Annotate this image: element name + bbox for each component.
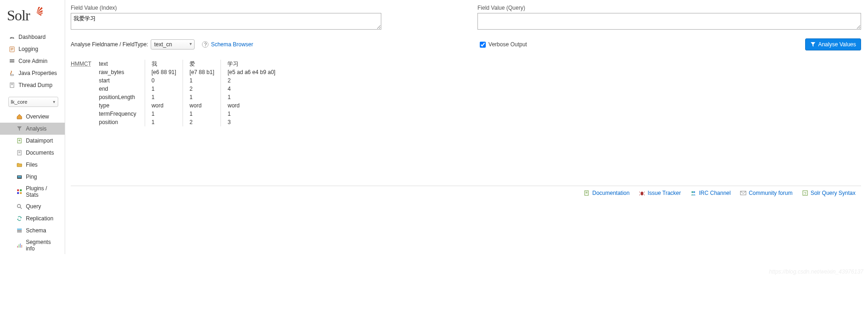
nav-sub-analysis[interactable]: Analysis [0, 123, 65, 135]
nav-sub-query[interactable]: Query [0, 200, 65, 212]
nav-sub-replication[interactable]: Replication [0, 212, 65, 225]
attr-label: termFrequency [99, 110, 136, 118]
query-icon [16, 203, 23, 210]
svg-rect-18 [17, 189, 19, 191]
nav-sub-overview[interactable]: Overview [0, 111, 65, 123]
footer-community-forum[interactable]: Community forum [740, 190, 793, 196]
token-raw_bytes: [e7 88 b1] [189, 68, 214, 76]
token-raw_bytes: [e6 88 91] [152, 68, 176, 76]
svg-rect-27 [17, 246, 18, 248]
nav-label: Segments info [26, 239, 61, 252]
field-value-query-input[interactable] [477, 13, 861, 30]
nav-item-dashboard[interactable]: Dashboard [0, 31, 65, 43]
fieldtype-select[interactable]: text_cn [151, 39, 195, 50]
svg-rect-21 [20, 192, 22, 194]
token-position: 3 [227, 118, 275, 126]
nav-label: Replication [26, 215, 53, 222]
svg-rect-17 [18, 176, 21, 178]
ping-icon [16, 173, 23, 181]
attr-label: raw_bytes [99, 68, 136, 76]
schema-browser-link[interactable]: ? Schema Browser [202, 41, 253, 48]
nav-item-thread-dump[interactable]: Thread Dump [0, 79, 65, 91]
svg-rect-19 [20, 189, 22, 191]
field-value-index-input[interactable] [71, 13, 381, 30]
nav-sub-segments-info[interactable]: Segments info [0, 237, 65, 254]
token-position: 1 [152, 118, 176, 126]
replication-icon [16, 215, 23, 222]
token-end: 4 [227, 85, 275, 93]
analyse-values-button[interactable]: Analyse Values [805, 38, 861, 50]
footer-label: IRC Channel [699, 190, 731, 196]
nav-label: Dashboard [18, 34, 46, 40]
core-selector[interactable]: Ik_core ▼ [8, 97, 58, 107]
svg-text:?: ? [804, 191, 806, 196]
issue-tracker-icon [639, 190, 645, 196]
nav-sub-dataimport[interactable]: Dataimport [0, 135, 65, 147]
token-positionLength: 1 [152, 93, 176, 101]
svg-point-40 [693, 191, 695, 193]
verbose-output-checkbox[interactable] [480, 42, 486, 48]
token-text: 我 [152, 60, 176, 68]
nav-sub-ping[interactable]: Ping [0, 171, 65, 183]
svg-rect-24 [17, 229, 22, 230]
files-icon [16, 161, 23, 168]
svg-line-37 [639, 194, 640, 195]
attr-label: text [99, 60, 136, 68]
svg-rect-28 [18, 244, 19, 248]
footer-issue-tracker[interactable]: Issue Tracker [639, 190, 681, 196]
attr-label: position [99, 118, 136, 126]
attr-label: start [99, 76, 136, 85]
token-termFrequency: 1 [227, 110, 275, 118]
token-start: 2 [227, 76, 275, 85]
svg-rect-7 [10, 61, 14, 62]
footer-irc-channel[interactable]: IRC Channel [690, 190, 731, 196]
nav-label: Ping [26, 174, 37, 180]
nav-sub-plugins-stats[interactable]: Plugins / Stats [0, 183, 65, 200]
token-column: 学习[e5 ad a6 e4 b9 a0]241word13 [220, 60, 281, 126]
nav-label: Files [26, 162, 37, 168]
field-value-index-label: Field Value (Index) [71, 5, 454, 11]
help-icon: ? [202, 41, 208, 48]
nav-sub-documents[interactable]: Documents [0, 147, 65, 159]
nav-item-java-properties[interactable]: Java Properties [0, 67, 65, 79]
token-end: 1 [152, 85, 176, 93]
nav-label: Query [26, 203, 41, 210]
schema-browser-label: Schema Browser [211, 41, 253, 48]
attr-label: type [99, 101, 136, 110]
footer-documentation[interactable]: Documentation [583, 190, 630, 196]
tokenizer-name: HMMCT [71, 60, 92, 126]
token-end: 2 [189, 85, 214, 93]
token-termFrequency: 1 [189, 110, 214, 118]
token-positionLength: 1 [227, 93, 275, 101]
fieldtype-select-value: text_cn [154, 41, 172, 48]
nav-sub-schema[interactable]: Schema [0, 225, 65, 237]
nav-label: Dataimport [26, 137, 53, 144]
footer-label: Issue Tracker [648, 190, 681, 196]
svg-line-38 [644, 194, 645, 195]
token-start: 0 [152, 76, 176, 85]
svg-line-36 [644, 192, 645, 193]
token-text: 爱 [189, 60, 214, 68]
verbose-output-toggle[interactable]: Verbose Output [480, 41, 527, 48]
nav-label: Java Properties [18, 70, 57, 76]
footer-label: Community forum [749, 190, 793, 196]
nav-label: Logging [18, 46, 38, 52]
nav-item-logging[interactable]: Logging [0, 43, 65, 55]
nav-sub-files[interactable]: Files [0, 159, 65, 171]
chevron-down-icon: ▼ [52, 100, 56, 104]
core-admin-icon [8, 57, 16, 65]
nav-item-core-admin[interactable]: Core Admin [0, 55, 65, 67]
analyse-fieldname-label: Analyse Fieldname / FieldType: [71, 41, 148, 48]
nav-label: Analysis [26, 125, 47, 132]
svg-point-34 [641, 192, 643, 195]
footer-label: Documentation [592, 190, 630, 196]
logging-icon [8, 45, 16, 53]
footer-solr-query-syntax[interactable]: ?Solr Query Syntax [802, 190, 856, 196]
attr-label: positionLength [99, 93, 136, 101]
attr-label: end [99, 85, 136, 93]
dashboard-icon [8, 33, 16, 41]
svg-rect-26 [17, 231, 22, 232]
funnel-icon [810, 42, 816, 47]
token-type: word [189, 101, 214, 110]
documents-icon [16, 149, 23, 156]
